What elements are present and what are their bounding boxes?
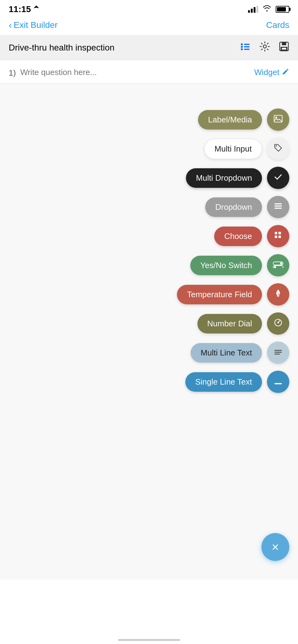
location-icon xyxy=(34,5,39,13)
signal-bar-4 xyxy=(256,6,258,13)
widget-pill-dropdown[interactable]: Dropdown xyxy=(205,197,262,217)
image-icon xyxy=(273,114,283,126)
svg-point-6 xyxy=(263,45,266,48)
minus-icon xyxy=(274,377,282,387)
save-icon[interactable] xyxy=(279,41,289,54)
widget-label-multi-line: Multi Line Text xyxy=(201,348,252,358)
svg-rect-18 xyxy=(278,232,281,234)
settings-icon[interactable] xyxy=(260,41,270,54)
svg-point-25 xyxy=(277,294,279,297)
widget-row-single-line: Single Line Text xyxy=(177,371,289,393)
time-display: 11:15 xyxy=(9,4,31,14)
widget-circle-single-line[interactable] xyxy=(267,371,289,393)
widget-circle-choose[interactable] xyxy=(267,225,289,247)
widget-row-multi-dropdown: Multi Dropdown xyxy=(177,167,289,189)
widget-pill-multi-dropdown[interactable]: Multi Dropdown xyxy=(186,168,262,188)
signal-bars xyxy=(248,6,258,13)
edit-icon xyxy=(282,68,289,77)
battery-icon xyxy=(276,6,289,13)
widget-label-yes-no: Yes/No Switch xyxy=(200,261,252,270)
widget-circle-label-media[interactable] xyxy=(267,108,289,131)
widget-row-multi-line: Multi Line Text xyxy=(177,342,289,364)
close-button[interactable]: × xyxy=(261,533,289,561)
toolbar: Drive-thru health inspection xyxy=(0,35,298,60)
signal-bar-3 xyxy=(254,7,255,13)
battery-fill xyxy=(277,7,286,11)
svg-rect-10 xyxy=(282,48,286,50)
svg-rect-19 xyxy=(275,236,277,238)
main-content: Label/Media Multi Input xyxy=(0,84,298,580)
svg-rect-3 xyxy=(244,44,250,45)
svg-rect-1 xyxy=(241,46,243,48)
widget-circle-multi-input[interactable] xyxy=(267,138,289,160)
widget-circle-yes-no[interactable] xyxy=(267,254,289,276)
widget-label-multi-dropdown: Multi Dropdown xyxy=(196,173,252,183)
lines-icon xyxy=(273,348,283,358)
widget-pill-temperature[interactable]: Temperature Field xyxy=(177,285,262,304)
widget-pill-multi-line[interactable]: Multi Line Text xyxy=(191,343,262,363)
widget-label-label-media: Label/Media xyxy=(208,115,252,125)
tag-icon xyxy=(273,143,283,155)
check-icon xyxy=(273,172,283,184)
svg-point-22 xyxy=(280,262,282,265)
list-icon[interactable] xyxy=(240,42,251,54)
flame-icon xyxy=(274,289,282,300)
widget-pill-yes-no[interactable]: Yes/No Switch xyxy=(190,256,262,275)
widget-row-choose: Choose xyxy=(177,225,289,247)
widget-pill-choose[interactable]: Choose xyxy=(214,227,262,246)
question-number: 1) xyxy=(9,68,16,78)
svg-rect-0 xyxy=(241,43,243,45)
widget-circle-multi-line[interactable] xyxy=(267,342,289,364)
widget-label-number-dial: Number Dial xyxy=(207,319,252,329)
widget-label-temperature: Temperature Field xyxy=(187,290,252,299)
svg-point-24 xyxy=(274,266,276,268)
widget-row-yes-no: Yes/No Switch xyxy=(177,254,289,276)
nav-bar: ‹ Exit Builder Cards xyxy=(0,17,298,35)
svg-rect-8 xyxy=(282,42,286,45)
widget-circle-temperature[interactable] xyxy=(267,283,289,306)
status-time: 11:15 xyxy=(9,4,39,14)
widget-menu: Label/Media Multi Input xyxy=(177,102,298,399)
svg-rect-15 xyxy=(274,205,282,207)
close-icon: × xyxy=(272,540,279,554)
list-icon-widget xyxy=(273,202,283,212)
toggle-icon xyxy=(273,260,283,270)
widget-label-dropdown: Dropdown xyxy=(215,202,252,212)
svg-rect-29 xyxy=(274,352,282,353)
widget-pill-single-line[interactable]: Single Line Text xyxy=(185,372,262,392)
home-indicator xyxy=(118,639,180,641)
svg-rect-14 xyxy=(274,203,282,205)
widget-row-label-media: Label/Media xyxy=(177,108,289,131)
wifi-icon xyxy=(263,5,271,14)
cards-button[interactable]: Cards xyxy=(266,20,289,30)
svg-rect-16 xyxy=(274,208,282,209)
svg-rect-31 xyxy=(274,383,282,384)
grid-icon xyxy=(273,231,283,242)
widget-button[interactable]: Widget xyxy=(254,68,289,77)
status-icons xyxy=(248,5,289,14)
back-button[interactable]: ‹ Exit Builder xyxy=(9,20,58,30)
signal-bar-1 xyxy=(248,10,250,13)
widget-circle-number-dial[interactable] xyxy=(267,312,289,335)
toolbar-title: Drive-thru health inspection xyxy=(9,43,115,53)
svg-point-12 xyxy=(275,117,277,118)
svg-rect-17 xyxy=(275,232,277,234)
widget-label-multi-input: Multi Input xyxy=(214,144,252,154)
back-chevron-icon: ‹ xyxy=(9,20,12,30)
widget-pill-multi-input[interactable]: Multi Input xyxy=(204,139,262,159)
svg-rect-30 xyxy=(274,354,280,355)
question-input[interactable] xyxy=(20,68,254,77)
widget-row-temperature: Temperature Field xyxy=(177,283,289,306)
widget-pill-label-media[interactable]: Label/Media xyxy=(198,110,262,130)
svg-rect-4 xyxy=(244,46,250,47)
signal-bar-2 xyxy=(251,9,253,13)
widget-label-choose: Choose xyxy=(224,232,252,241)
widget-pill-number-dial[interactable]: Number Dial xyxy=(197,314,262,333)
svg-rect-5 xyxy=(244,49,250,50)
svg-rect-28 xyxy=(274,350,282,351)
widget-circle-dropdown[interactable] xyxy=(267,196,289,218)
widget-circle-multi-dropdown[interactable] xyxy=(267,167,289,189)
svg-point-27 xyxy=(278,322,279,323)
svg-rect-20 xyxy=(278,236,281,238)
svg-point-13 xyxy=(276,145,277,147)
